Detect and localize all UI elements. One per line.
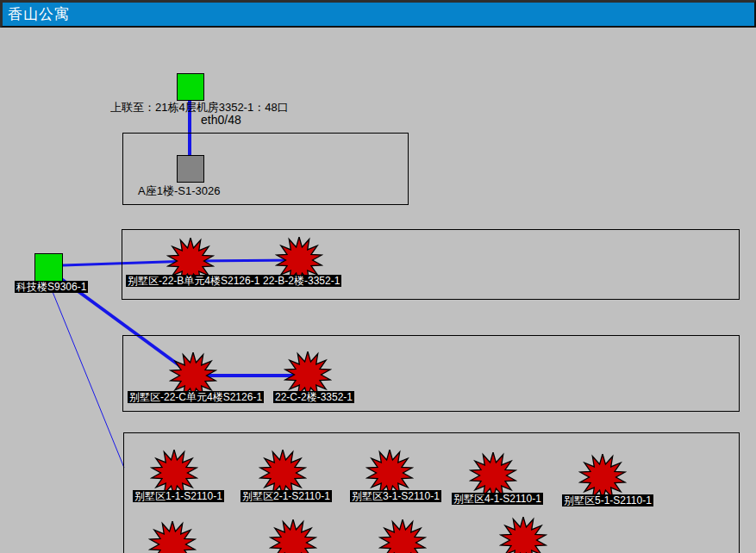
node-22c-2f-label[interactable]: 22-C-2楼-3352-1 [273,391,354,403]
node-uplink-label[interactable]: 上联至：21栋4层机房3352-1：48口 [110,101,289,114]
topology-canvas[interactable]: 上联至：21栋4层机房3352-1：48口 eth0/48 A座1楼-S1-30… [0,28,756,553]
critical-star-icon [259,450,307,496]
node-critical-villa-3[interactable] [366,450,414,496]
node-critical-villa-4[interactable] [469,452,517,499]
critical-star-icon [499,517,547,553]
node-villa-3-label[interactable]: 别墅区3-1-S2110-1 [350,490,441,502]
node-villa-1-label[interactable]: 别墅区1-1-S2110-1 [133,490,224,502]
node-22b-unit-label[interactable]: 别墅区-22-B单元4楼S2126-1 [126,275,261,287]
node-22c-unit-label[interactable]: 别墅区-22-C单元4楼S2126-1 [128,391,264,403]
node-critical-villa-9[interactable] [499,517,547,553]
critical-star-icon [578,454,627,500]
node-critical-villa-8[interactable] [378,519,427,553]
critical-star-icon [148,521,197,553]
node-22b-2f-label[interactable]: 22-B-2楼-3352-1 [261,275,341,287]
window-titlebar: 香山公寓 [0,0,756,28]
critical-star-icon [366,450,414,496]
node-villa-2-label[interactable]: 别墅区2-1-S2110-1 [241,490,332,502]
node-critical-villa-1[interactable] [150,450,198,496]
link-core-to-villa[interactable] [49,283,124,468]
node-uplink[interactable] [177,73,204,101]
critical-star-icon [378,519,427,553]
link-interface-label: eth0/48 [201,113,241,127]
node-critical-villa-7[interactable] [269,519,317,553]
node-core-label[interactable]: 科技楼S9306-1 [15,281,88,293]
node-critical-villa-2[interactable] [259,450,307,496]
node-villa-4-label[interactable]: 别墅区4-1-S2110-1 [452,493,543,505]
node-building-a-label[interactable]: A座1楼-S1-3026 [138,184,220,197]
node-critical-villa-6[interactable] [148,521,197,553]
window-title: 香山公寓 [8,4,70,24]
node-villa-5-label[interactable]: 别墅区5-1-S2110-1 [562,494,653,506]
critical-star-icon [469,452,517,499]
critical-star-icon [269,519,317,553]
node-critical-villa-5[interactable] [578,454,627,500]
critical-star-icon [150,450,198,496]
node-core[interactable] [34,253,63,282]
node-building-a[interactable] [177,155,204,183]
